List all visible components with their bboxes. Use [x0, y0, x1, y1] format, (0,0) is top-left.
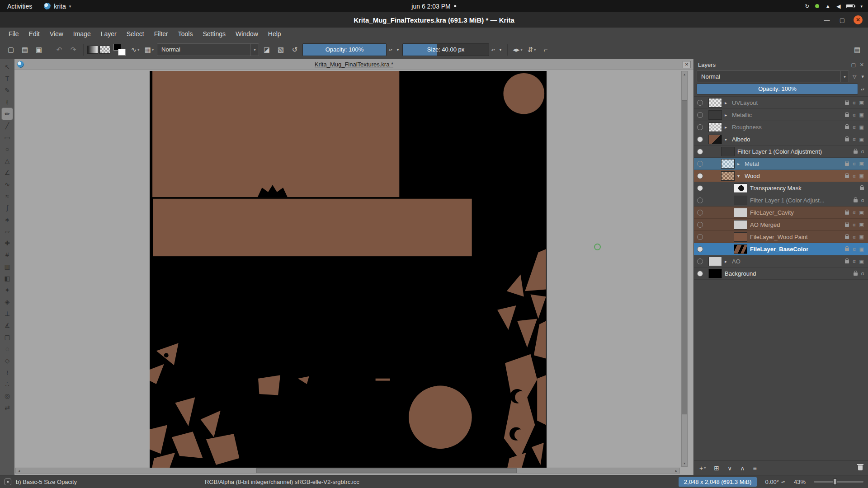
expand-chevron-icon[interactable]: ▸: [725, 125, 729, 130]
freehand-brush-tool[interactable]: ✏: [2, 108, 13, 120]
visibility-toggle-icon[interactable]: [697, 149, 703, 155]
expand-chevron-icon[interactable]: ▾: [737, 174, 742, 178]
visibility-toggle-icon[interactable]: [697, 246, 703, 252]
scroll-right-icon[interactable]: ▸: [673, 469, 679, 473]
canvas[interactable]: [150, 71, 547, 468]
layer-row-filelayer-basecolor[interactable]: FileLayer_BaseColorα▣: [694, 243, 868, 255]
calligraphy-tool[interactable]: ℓ: [2, 96, 13, 108]
brush-preset-chooser-button[interactable]: ▦▾: [143, 43, 156, 56]
layer-filter-icon[interactable]: ▽: [851, 74, 858, 80]
add-layer-button[interactable]: +▾: [699, 465, 706, 472]
crop-tool[interactable]: #: [2, 249, 13, 261]
lock-icon[interactable]: [845, 260, 849, 263]
layer-properties-button[interactable]: ≡: [753, 465, 756, 472]
lock-icon[interactable]: [854, 199, 858, 202]
edit-shapes-tool[interactable]: ✎: [2, 84, 13, 96]
delete-layer-button[interactable]: [858, 465, 863, 470]
canvas-rotation-control[interactable]: 0.00° ▴▾: [765, 479, 786, 485]
foreground-background-colors[interactable]: [113, 44, 126, 56]
alpha-icon[interactable]: α: [853, 234, 855, 239]
size-spinner[interactable]: ▴▾: [491, 48, 496, 51]
visibility-toggle-icon[interactable]: [697, 222, 703, 228]
move-layer-up-button[interactable]: ∧: [740, 465, 745, 472]
bezier-curve-tool[interactable]: ∿: [2, 178, 13, 190]
frame-icon[interactable]: ▣: [859, 234, 864, 240]
zoom-slider-handle[interactable]: [833, 479, 837, 485]
expand-chevron-icon[interactable]: ▸: [737, 161, 742, 166]
alpha-icon[interactable]: α: [861, 197, 864, 203]
lock-icon[interactable]: [845, 248, 849, 251]
ellipse-tool[interactable]: ○: [2, 143, 13, 155]
visibility-toggle-icon[interactable]: [697, 124, 703, 130]
color-sampler-tool[interactable]: ✦: [2, 284, 13, 296]
menu-item-help[interactable]: Help: [263, 28, 286, 40]
horizontal-scrollbar[interactable]: ◂ ▸: [15, 468, 680, 474]
layer-row-filelayer-cavity[interactable]: FileLayer_Cavityα▣: [694, 206, 868, 219]
expand-chevron-icon[interactable]: ▸: [725, 100, 729, 105]
layer-opacity-slider[interactable]: Opacity: 100%: [697, 84, 858, 94]
frame-icon[interactable]: ▣: [859, 258, 864, 264]
zoom-tool[interactable]: ◎: [2, 390, 13, 402]
trim-to-image-button[interactable]: ⌐: [539, 43, 552, 56]
expand-chevron-icon[interactable]: ▸: [725, 113, 729, 117]
polygon-select-tool[interactable]: ◇: [2, 355, 13, 366]
layer-row-filelayer-wood-paint[interactable]: FileLayer_Wood Paintα▣: [694, 231, 868, 243]
measure-tool[interactable]: ∡: [2, 319, 13, 331]
alpha-icon[interactable]: α: [853, 246, 855, 252]
frame-icon[interactable]: ▣: [859, 210, 864, 216]
menu-item-layer[interactable]: Layer: [96, 28, 122, 40]
lock-icon[interactable]: [845, 211, 849, 215]
visibility-toggle-icon[interactable]: [697, 100, 703, 106]
vertical-scroll-handle[interactable]: [682, 100, 687, 414]
vertical-scroll-track[interactable]: [682, 77, 687, 460]
save-document-button[interactable]: ▣: [33, 43, 45, 56]
app-menu-button[interactable]: krita ▾: [39, 3, 75, 10]
vertical-scrollbar[interactable]: ▴ ▾: [681, 71, 688, 467]
menu-item-image[interactable]: Image: [68, 28, 96, 40]
fill-tool[interactable]: ◧: [2, 272, 13, 284]
reload-preset-button[interactable]: ↺: [288, 43, 301, 56]
horizontal-scroll-track[interactable]: [22, 468, 673, 473]
blending-mode-select[interactable]: Normal ▾: [157, 43, 259, 56]
rectangle-tool[interactable]: ▭: [2, 131, 13, 143]
lock-icon[interactable]: [845, 126, 849, 129]
lock-icon[interactable]: [845, 114, 849, 117]
freehand-path-tool[interactable]: ≈: [2, 190, 13, 202]
redo-button[interactable]: ↷: [67, 43, 80, 56]
alpha-icon[interactable]: α: [853, 161, 855, 166]
maximize-button[interactable]: ▢: [838, 17, 846, 23]
size-options-arrow[interactable]: ▾: [497, 43, 504, 56]
menu-item-view[interactable]: View: [45, 28, 68, 40]
frame-icon[interactable]: ▣: [859, 124, 864, 130]
alpha-icon[interactable]: α: [853, 136, 855, 142]
layer-row-uvlayout[interactable]: ▸UVLayoutα▣: [694, 97, 868, 109]
gradient-chooser-button[interactable]: [87, 46, 98, 54]
alpha-icon[interactable]: α: [853, 112, 855, 117]
frame-icon[interactable]: ▣: [859, 136, 864, 142]
layer-row-filter-layer-1-color-adjust[interactable]: Filter Layer 1 (Color Adjust...α: [694, 194, 868, 206]
line-tool[interactable]: ╱: [2, 120, 13, 131]
visibility-toggle-icon[interactable]: [697, 258, 703, 264]
alpha-icon[interactable]: α: [853, 124, 855, 130]
multibrush-tool[interactable]: ∗: [2, 214, 13, 225]
lock-icon[interactable]: [854, 150, 858, 154]
visibility-toggle-icon[interactable]: [697, 234, 703, 240]
layer-row-albedo[interactable]: ▾Albedoα▣: [694, 133, 868, 145]
menu-item-settings[interactable]: Settings: [198, 28, 231, 40]
frame-icon[interactable]: ▣: [859, 173, 864, 179]
eraser-mode-button[interactable]: ◪: [260, 43, 273, 56]
visibility-toggle-icon[interactable]: [697, 271, 703, 277]
frame-icon[interactable]: ▣: [859, 222, 864, 228]
workspace-chooser-button[interactable]: ▤: [851, 43, 863, 56]
expand-chevron-icon[interactable]: ▾: [725, 137, 729, 142]
alpha-icon[interactable]: α: [853, 258, 855, 264]
lock-icon[interactable]: [845, 224, 849, 227]
visibility-toggle-icon[interactable]: [697, 185, 703, 191]
transform-tool[interactable]: ▱: [2, 225, 13, 237]
layer-opacity-spinner[interactable]: ▴▾: [860, 88, 865, 91]
open-document-button[interactable]: ▤: [19, 43, 31, 56]
menu-item-tools[interactable]: Tools: [173, 28, 198, 40]
rect-select-tool[interactable]: ▢: [2, 331, 13, 343]
menu-item-filter[interactable]: Filter: [149, 28, 173, 40]
layer-row-transparency-mask[interactable]: Transparency Mask: [694, 182, 868, 194]
